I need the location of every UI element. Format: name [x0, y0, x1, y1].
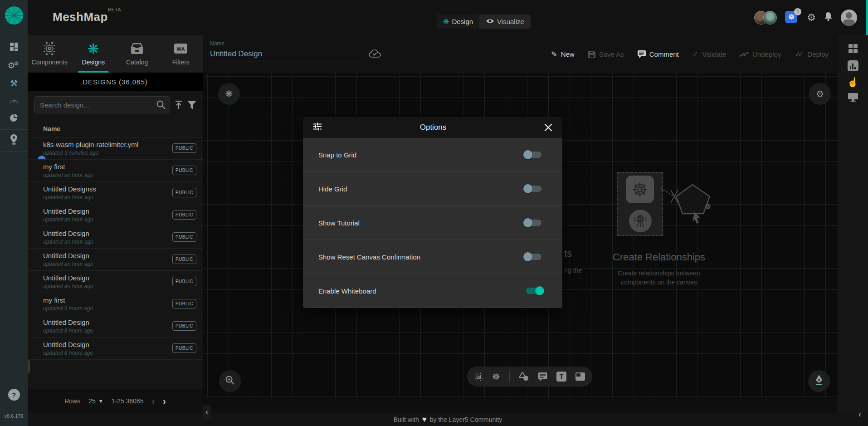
designs-section-header[interactable]: DESIGNS (36,065) [28, 73, 203, 91]
tab-visualize[interactable]: Visualize [479, 15, 531, 29]
design-list-item[interactable]: Untitled Designss updated an hour ago PU… [28, 182, 203, 204]
design-name: Untitled Design [43, 274, 176, 282]
filter-funnel-icon[interactable] [187, 99, 196, 110]
interaction-mode-button[interactable]: ☝ [838, 74, 868, 90]
option-toggle[interactable] [523, 217, 544, 229]
text-tool-icon[interactable]: T [556, 372, 566, 382]
option-toggle[interactable] [523, 149, 544, 161]
import-design-icon[interactable] [175, 99, 183, 110]
collapse-right-dock-handle[interactable]: ‹ [855, 408, 864, 420]
search-design-input[interactable] [34, 96, 170, 113]
user-avatar[interactable] [841, 10, 857, 26]
deploy-button[interactable]: ✓✓ Deploy [795, 50, 829, 58]
search-icon[interactable] [156, 100, 166, 112]
comment-tool-icon[interactable] [538, 372, 547, 381]
close-icon[interactable] [544, 123, 552, 132]
design-toolbar: Name ✎ New Save As [203, 35, 838, 73]
collaborator-avatars[interactable] [754, 11, 777, 24]
bar-chart-icon [848, 60, 858, 71]
name-column-header[interactable]: Name [28, 118, 203, 137]
option-toggle[interactable] [523, 251, 544, 263]
heart-icon: ♥ [422, 415, 427, 424]
tab-designs[interactable]: ❋ Designs [72, 35, 116, 73]
app-title: MeshMapBETA [53, 10, 121, 24]
design-updated: updated 3 minutes ago [43, 150, 176, 156]
hidden-card-desc-fragment: ng the [564, 267, 582, 274]
page-range: 1-25 36065 [112, 397, 144, 405]
media-tool-icon[interactable] [575, 372, 585, 381]
sidebar-item-configuration[interactable]: ⚒ [0, 74, 28, 92]
rows-label: Rows [64, 397, 80, 405]
design-list-item[interactable]: my first updated an hour ago PUBLIC [28, 160, 203, 182]
design-list-item[interactable]: Untitled Design updated 8 hours ago PUBL… [28, 315, 203, 338]
context-count-badge: 1 [794, 8, 801, 15]
design-name: my first [43, 296, 176, 304]
design-name: Untitled Design [43, 341, 176, 348]
next-page-button[interactable]: › [163, 396, 166, 406]
shapes-tool-icon[interactable] [519, 372, 529, 381]
zoom-button[interactable] [219, 370, 241, 392]
sidebar-item-meshmap[interactable] [0, 132, 28, 149]
previous-page-button[interactable]: ‹ [151, 396, 155, 406]
sidebar-item-extensions[interactable] [0, 110, 28, 127]
sidebar-item-lifecycle[interactable]: ⚙⚙ [0, 57, 28, 74]
widgets-grid-button[interactable] [838, 41, 868, 58]
collapse-left-panel-handle[interactable]: ‹ [203, 405, 211, 419]
undeploy-button[interactable]: ✓✓ Undeploy [740, 50, 781, 58]
kubernetes-context-button[interactable]: ☸ 1 [785, 11, 799, 24]
design-list-item[interactable]: my first updated 6 hours ago PUBLIC [28, 293, 203, 315]
design-list-item[interactable]: Untitled Design updated an hour ago PUBL… [28, 249, 203, 271]
design-list-item[interactable]: Untitled Design updated an hour ago PUBL… [28, 204, 203, 226]
design-visibility-badge: PUBLIC [172, 321, 196, 331]
option-toggle[interactable] [523, 285, 544, 297]
design-visibility-badge: PUBLIC [172, 232, 196, 242]
toggle-knob [523, 218, 532, 227]
save-as-button[interactable]: Save As [588, 50, 624, 58]
design-name-label: Name [210, 40, 224, 47]
comment-button[interactable]: Comment [638, 50, 679, 58]
tab-catalog[interactable]: Catalog [115, 35, 159, 73]
tab-design[interactable]: ❋ Design [437, 15, 479, 29]
display-button[interactable] [838, 90, 868, 107]
cloud-sync-icon [369, 49, 381, 60]
toggle-knob [523, 150, 532, 159]
validate-button[interactable]: ✓ Validate [692, 50, 727, 58]
design-visibility-badge: PUBLIC [172, 343, 196, 353]
design-visibility-badge: PUBLIC [172, 166, 196, 175]
option-row: Show Reset Canvas Confirmation [303, 240, 562, 274]
canvas-gear-flower-button[interactable]: ❋ [218, 83, 240, 105]
eye-icon [486, 18, 494, 25]
tab-components[interactable]: Components [28, 35, 72, 73]
design-list-item[interactable]: Untitled Design updated 8 hours ago PUBL… [28, 338, 203, 360]
design-list-item[interactable]: Untitled Design updated an hour ago PUBL… [28, 226, 203, 249]
sidebar-item-dashboard[interactable] [0, 39, 28, 57]
freehand-draw-button[interactable] [808, 370, 830, 392]
option-label: Show Reset Canvas Confirmation [318, 253, 420, 261]
tutorial-title: Create Relationships [591, 251, 727, 263]
settings-gear-icon[interactable]: ⚙ [807, 13, 816, 23]
meshery-logo-icon[interactable] [5, 6, 24, 25]
hidden-card-title-fragment: ts [564, 248, 572, 260]
design-list-item[interactable]: k8s-wasm-plugin-ratelimiter.yml updated … [28, 137, 203, 160]
design-drawer: Components ❋ Designs Catalog WA Filters … [28, 35, 203, 413]
canvas-settings-button[interactable]: ⚙ [809, 83, 831, 105]
design-name: Untitled Design [43, 252, 176, 260]
relationship-arrow-art [661, 180, 713, 225]
option-label: Show Tutorial [318, 219, 360, 227]
option-toggle[interactable] [523, 183, 544, 195]
version-label: v0.6.176 [0, 413, 28, 421]
footer: Built with ♥ by the Layer5 Community [28, 413, 868, 426]
design-list-item[interactable]: Untitled Design updated an hour ago PUBL… [28, 271, 203, 293]
meshery-operator-icon [629, 210, 652, 232]
components-tool-icon[interactable] [474, 372, 483, 381]
sidebar-item-performance[interactable] [0, 92, 28, 110]
rows-per-page-select[interactable]: 25▼ [88, 397, 103, 405]
new-button[interactable]: ✎ New [551, 50, 574, 58]
kubernetes-tool-icon[interactable]: ☸ [492, 372, 500, 381]
notifications-bell-icon[interactable] [824, 12, 833, 23]
analytics-button[interactable] [838, 58, 868, 74]
tab-filters[interactable]: WA Filters [159, 35, 203, 73]
design-name-input[interactable] [210, 48, 363, 62]
help-icon[interactable]: ? [8, 389, 20, 401]
option-label: Enable Whiteboard [318, 287, 376, 295]
